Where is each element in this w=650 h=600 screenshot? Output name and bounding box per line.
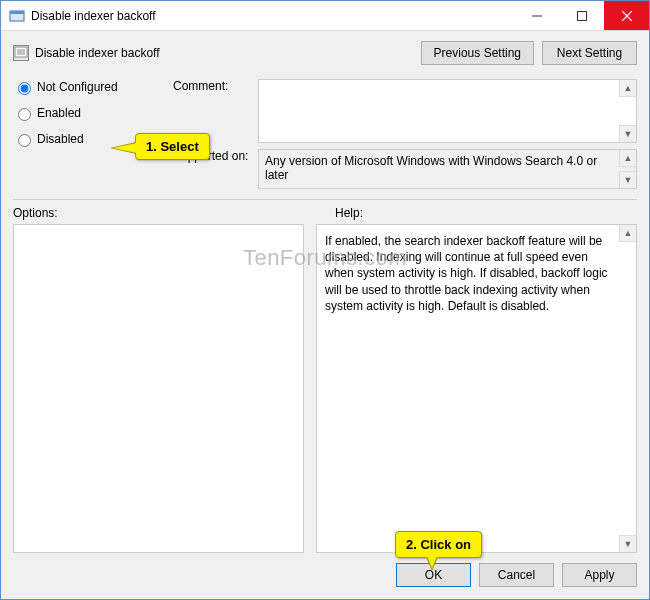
radio-not-configured-label: Not Configured [37, 80, 118, 94]
radio-enabled[interactable]: Enabled [13, 105, 173, 121]
nav-buttons: Previous Setting Next Setting [421, 41, 637, 65]
radio-not-configured-input[interactable] [18, 82, 31, 95]
scroll-up-icon[interactable]: ▲ [619, 150, 636, 167]
window-controls [514, 1, 649, 30]
svg-rect-1 [10, 11, 24, 14]
divider [13, 199, 637, 200]
settings-row: Not Configured Enabled Disabled Comment:… [13, 79, 637, 189]
scroll-down-icon[interactable]: ▼ [619, 125, 636, 142]
scroll-down-icon[interactable]: ▼ [619, 535, 636, 552]
cancel-button[interactable]: Cancel [479, 563, 554, 587]
supported-on-value: Any version of Microsoft Windows with Wi… [265, 154, 597, 182]
radio-disabled-label: Disabled [37, 132, 84, 146]
supported-on-text: Any version of Microsoft Windows with Wi… [258, 149, 637, 189]
maximize-button[interactable] [559, 1, 604, 30]
policy-icon [13, 45, 29, 61]
svg-rect-3 [577, 11, 586, 20]
scroll-up-icon[interactable]: ▲ [619, 80, 636, 97]
right-fields: Comment: ▲ ▼ Supported on: Any version o… [173, 79, 637, 189]
window-title: Disable indexer backoff [31, 9, 514, 23]
previous-setting-button[interactable]: Previous Setting [421, 41, 534, 65]
comment-textarea[interactable]: ▲ ▼ [258, 79, 637, 143]
lower-labels: Options: Help: [13, 206, 637, 222]
help-text: If enabled, the search indexer backoff f… [325, 233, 614, 314]
close-button[interactable] [604, 1, 649, 30]
help-label: Help: [335, 206, 363, 220]
app-icon [9, 8, 25, 24]
annotation-select: 1. Select [135, 133, 210, 160]
dialog-buttons: OK Cancel Apply [13, 563, 637, 587]
annotation-click-on: 2. Click on [395, 531, 482, 558]
minimize-button[interactable] [514, 1, 559, 30]
options-label: Options: [13, 206, 335, 220]
radio-enabled-input[interactable] [18, 108, 31, 121]
options-pane [13, 224, 304, 553]
scroll-down-icon[interactable]: ▼ [619, 171, 636, 188]
scroll-up-icon[interactable]: ▲ [619, 225, 636, 242]
header-row: Disable indexer backoff Previous Setting… [13, 41, 637, 65]
radio-not-configured[interactable]: Not Configured [13, 79, 173, 95]
apply-button[interactable]: Apply [562, 563, 637, 587]
content-area: Disable indexer backoff Previous Setting… [1, 31, 649, 599]
next-setting-button[interactable]: Next Setting [542, 41, 637, 65]
help-pane: If enabled, the search indexer backoff f… [316, 224, 637, 553]
radio-disabled-input[interactable] [18, 134, 31, 147]
policy-editor-window: Disable indexer backoff Disable indexer … [0, 0, 650, 600]
policy-title: Disable indexer backoff [35, 46, 421, 60]
window-titlebar: Disable indexer backoff [1, 1, 649, 31]
comment-label: Comment: [173, 79, 258, 93]
panes-row: If enabled, the search indexer backoff f… [13, 224, 637, 553]
radio-enabled-label: Enabled [37, 106, 81, 120]
